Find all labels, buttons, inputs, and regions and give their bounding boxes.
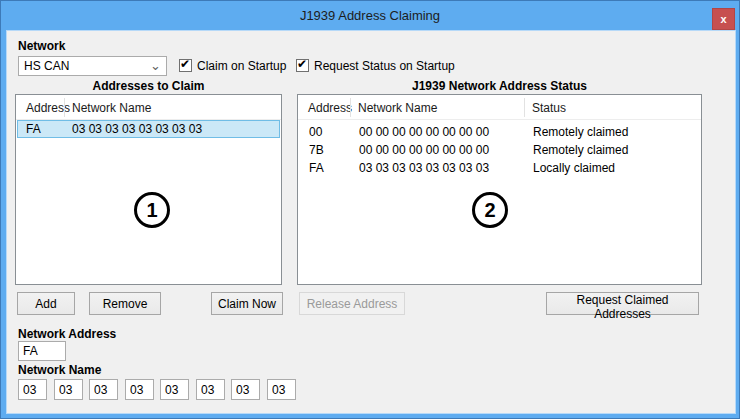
column-separator [64,98,65,117]
close-icon: x [720,13,726,25]
request-claimed-addresses-button[interactable]: Request Claimed Addresses [546,292,699,315]
network-address-label: Network Address [18,327,116,341]
column-header-address[interactable]: Address [308,101,352,115]
network-name-byte-7[interactable] [267,379,296,400]
cell-address: 7B [309,142,324,159]
network-select[interactable]: HS CAN ⌄ [18,56,167,76]
cell-address: 00 [309,124,322,141]
cell-network-name: 03 03 03 03 03 03 03 03 [359,160,489,177]
column-header-network-name[interactable]: Network Name [72,101,151,115]
network-label: Network [18,39,65,53]
network-name-byte-0[interactable] [18,379,47,400]
cell-status: Locally claimed [533,160,615,177]
column-header-network-name[interactable]: Network Name [358,101,437,115]
cell-address: FA [26,121,41,138]
release-address-button[interactable]: Release Address [299,292,405,315]
network-name-byte-1[interactable] [54,379,83,400]
cell-address: FA [309,160,324,177]
network-select-value: HS CAN [24,59,69,73]
network-address-status-list[interactable]: Address Network Name Status 00 00 00 00 … [297,94,702,285]
column-separator [350,98,351,117]
status-list-title: J1939 Network Address Status [297,79,702,93]
network-name-byte-2[interactable] [89,379,118,400]
table-row[interactable]: 7B 00 00 00 00 00 00 00 00 Remotely clai… [299,142,700,160]
network-name-byte-3[interactable] [125,379,154,400]
cell-network-name: 03 03 03 03 03 03 03 03 [72,121,202,138]
cell-status: Remotely claimed [533,142,628,159]
table-row[interactable]: FA 03 03 03 03 03 03 03 03 Locally claim… [299,160,700,178]
column-header-status[interactable]: Status [532,101,566,115]
claim-on-startup-checkbox[interactable]: Claim on Startup [179,59,286,75]
annotation-circle-2: 2 [472,192,508,228]
chevron-down-icon: ⌄ [150,57,161,74]
table-row[interactable]: FA 03 03 03 03 03 03 03 03 [17,120,280,138]
header-separator [298,119,701,120]
request-status-on-startup-checkbox[interactable]: Request Status on Startup [296,59,455,75]
claim-on-startup-label: Claim on Startup [197,59,286,73]
close-button[interactable]: x [712,8,735,30]
claim-now-button[interactable]: Claim Now [211,292,283,315]
network-name-byte-6[interactable] [231,379,260,400]
add-button[interactable]: Add [17,292,75,315]
network-address-input[interactable] [18,341,66,361]
checkbox-checked-icon [179,59,192,72]
network-name-byte-5[interactable] [196,379,225,400]
network-name-label: Network Name [18,363,101,377]
window-title: J1939 Address Claiming [300,8,440,23]
remove-button[interactable]: Remove [89,292,161,315]
cell-network-name: 00 00 00 00 00 00 00 00 [359,124,489,141]
checkbox-checked-icon [296,59,309,72]
cell-status: Remotely claimed [533,124,628,141]
dialog-j1939-address-claiming: J1939 Address Claiming x Network HS CAN … [0,0,740,419]
addresses-to-claim-list[interactable]: Address Network Name FA 03 03 03 03 03 0… [15,94,282,285]
cell-network-name: 00 00 00 00 00 00 00 00 [359,142,489,159]
table-row[interactable]: 00 00 00 00 00 00 00 00 00 Remotely clai… [299,124,700,142]
claim-list-title: Addresses to Claim [15,79,282,93]
annotation-circle-1: 1 [134,192,170,228]
network-name-byte-4[interactable] [160,379,189,400]
title-bar[interactable]: J1939 Address Claiming [1,1,739,31]
column-separator [524,98,525,117]
request-status-on-startup-label: Request Status on Startup [314,59,455,73]
